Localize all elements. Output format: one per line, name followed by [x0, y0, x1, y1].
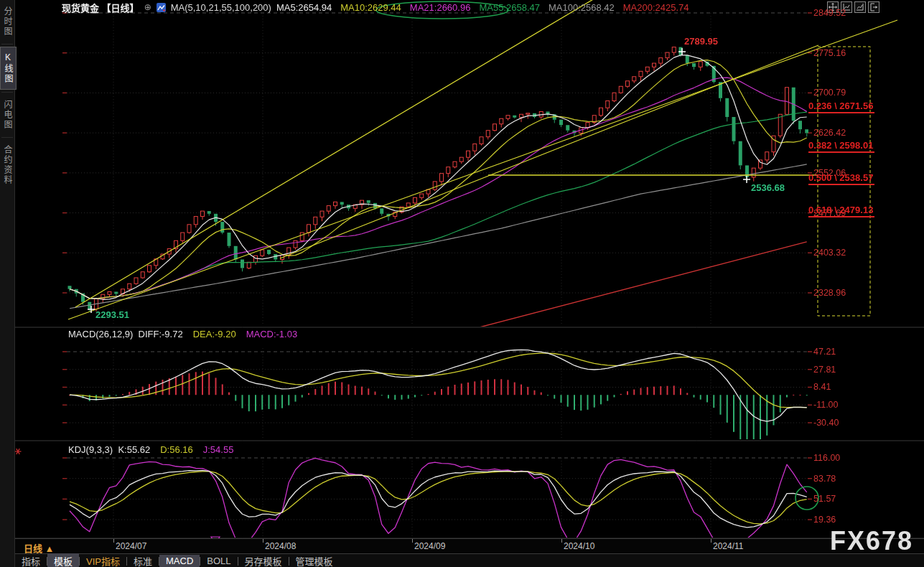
kdj-header: KDJ(9,3,3) K:55.62 D:56.16 J:54.55 — [68, 444, 233, 455]
date-tick — [113, 539, 114, 543]
kdj-j-value: J:54.55 — [203, 444, 234, 455]
sidebar-item-2[interactable]: 闪电图 — [0, 95, 15, 135]
price-label-macd: -11.00 — [813, 400, 839, 410]
ma-values: MA5:2654.94MA10:2629.44MA21:2660.96MA55:… — [276, 2, 689, 13]
price-label-kdj: 116.00 — [813, 453, 840, 463]
toolbar-item-VIP指标[interactable]: VIP指标 — [80, 553, 126, 567]
toolbar-item-指标[interactable]: 指标 — [15, 553, 47, 567]
sidebar-divider — [1, 44, 13, 44]
price-label-kdj: 51.57 — [813, 494, 836, 504]
ma-value-4: MA100:2568.42 — [549, 2, 615, 13]
chart-canvas[interactable] — [0, 0, 924, 567]
toolbar-item-管理模板[interactable]: 管理模板 — [289, 553, 340, 567]
price-label-main: 2849.52 — [813, 8, 846, 18]
fib-level-label-3: 0.618 \ 2479.13 — [808, 205, 874, 217]
date-label: 2024/10 — [564, 541, 594, 551]
price-label-kdj: 19.36 — [813, 515, 836, 525]
toolbar-item-模板[interactable]: 模板 — [47, 553, 79, 567]
swing-low-label: 2536.68 — [751, 182, 785, 193]
chart-window: 分时图K线图闪电图合约资料 现货黄金 【日线】 ⊕ MA(5,10,21,55,… — [0, 0, 924, 567]
price-label-main: 2328.96 — [813, 288, 846, 298]
start-low-label: 2293.51 — [95, 309, 129, 320]
toolbar-item-另存模板[interactable]: 另存模板 — [238, 553, 289, 567]
sidebar-divider — [1, 92, 13, 93]
bottom-toolbar: 指标模板VIP指标标准MACDBOLL另存模板管理模板 — [15, 553, 924, 567]
macd-header: MACD(26,12,9) DIFF:-9.72 DEA:-9.20 MACD:… — [68, 329, 297, 339]
price-label-main: 2775.16 — [813, 48, 846, 58]
chart-right-axis-icon[interactable] — [854, 1, 866, 13]
circle-plus-icon[interactable]: ⊕ — [144, 2, 151, 12]
ma-value-0: MA5:2654.94 — [276, 2, 332, 13]
ma-value-3: MA55:2658.47 — [479, 2, 540, 13]
price-label-macd: 8.41 — [813, 382, 831, 392]
date-label: 2024/11 — [713, 541, 744, 551]
toolbar-item-MACD[interactable]: MACD — [159, 555, 200, 567]
fib-level-label-1: 0.382 \ 2598.01 — [808, 140, 874, 153]
timeline-row: 日线 ▲ 2024/072024/082024/092024/102024/11 — [15, 538, 924, 553]
sidebar-item-0[interactable]: 分时图 — [0, 1, 15, 42]
watermark: FX678 — [830, 526, 913, 556]
left-sidebar: 分时图K线图闪电图合约资料 — [0, 0, 15, 567]
price-label-main: 2403.32 — [813, 248, 846, 258]
ma-value-5: MA200:2425.74 — [623, 2, 689, 13]
ma-value-1: MA10:2629.44 — [340, 2, 401, 13]
date-tick — [263, 539, 263, 543]
fib-level-label-0: 0.236 \ 2671.56 — [808, 100, 874, 113]
price-label-main: 2626.42 — [813, 128, 846, 138]
date-label: 2024/09 — [414, 541, 445, 551]
ma-value-2: MA21:2660.96 — [410, 2, 471, 13]
price-label-main: 2700.79 — [813, 88, 846, 98]
sidebar-divider — [1, 137, 13, 138]
date-tick — [412, 539, 413, 543]
fib-level-label-2: 0.500 \ 2538.57 — [808, 172, 874, 185]
price-label-kdj: 83.78 — [813, 474, 836, 484]
price-label-macd: -30.40 — [813, 418, 839, 428]
sidebar-item-3[interactable]: 合约资料 — [0, 140, 15, 190]
date-label: 2024/08 — [265, 541, 296, 551]
chart-header: 现货黄金 【日线】 ⊕ MA(5,10,21,55,100,200) MA5:2… — [62, 1, 689, 14]
kdj-title: KDJ(9,3,3) K:55.62 — [68, 444, 150, 455]
macd-macd-value: MACD:-1.03 — [246, 329, 298, 339]
macd-dea-value: DEA:-9.20 — [193, 329, 236, 339]
macd-title: MACD(26,12,9) DIFF:-9.72 — [68, 329, 183, 339]
toolbar-item-BOLL[interactable]: BOLL — [200, 555, 237, 567]
date-tick — [711, 539, 711, 543]
kdj-d-value: D:56.16 — [160, 444, 193, 455]
price-label-macd: 27.81 — [813, 365, 836, 375]
date-label: 2024/07 — [116, 541, 146, 551]
symbol-title: 现货黄金 【日线】 — [62, 1, 139, 14]
price-label-macd: 47.21 — [813, 347, 836, 357]
toolbar-item-标准[interactable]: 标准 — [127, 553, 159, 567]
mini-chart-icon[interactable] — [157, 3, 166, 12]
high-price-label: 2789.95 — [684, 36, 718, 47]
sidebar-item-1[interactable]: K线图 — [0, 47, 17, 90]
exit-icon[interactable] — [868, 1, 879, 13]
ma-group-label: MA(5,10,21,55,100,200) — [171, 2, 271, 13]
date-tick — [561, 539, 562, 543]
